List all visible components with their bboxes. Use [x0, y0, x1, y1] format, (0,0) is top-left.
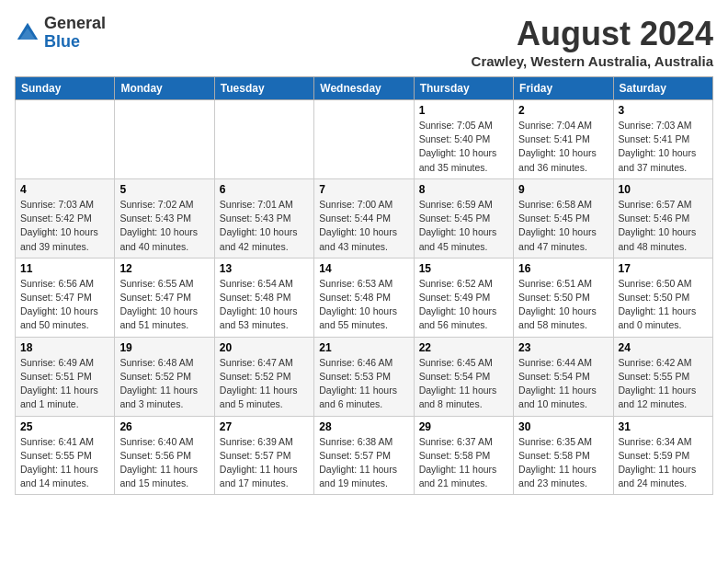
weekday-header-thursday: Thursday	[414, 77, 513, 100]
day-info: Sunrise: 6:45 AMSunset: 5:54 PMDaylight:…	[419, 356, 508, 412]
day-info: Sunrise: 6:42 AMSunset: 5:55 PMDaylight:…	[619, 356, 708, 412]
day-info: Sunrise: 6:53 AMSunset: 5:48 PMDaylight:…	[319, 277, 408, 333]
day-info: Sunrise: 6:44 AMSunset: 5:54 PMDaylight:…	[518, 356, 608, 412]
day-info: Sunrise: 6:38 AMSunset: 5:57 PMDaylight:…	[319, 435, 408, 491]
calendar-cell: 6Sunrise: 7:01 AMSunset: 5:43 PMDaylight…	[214, 178, 313, 258]
calendar-week-row: 1Sunrise: 7:05 AMSunset: 5:40 PMDaylight…	[16, 100, 713, 179]
day-info: Sunrise: 6:51 AMSunset: 5:50 PMDaylight:…	[518, 277, 608, 333]
calendar-cell: 12Sunrise: 6:55 AMSunset: 5:47 PMDayligh…	[115, 258, 214, 337]
calendar-cell: 5Sunrise: 7:02 AMSunset: 5:43 PMDaylight…	[115, 178, 214, 258]
day-number: 6	[220, 183, 309, 196]
day-info: Sunrise: 6:35 AMSunset: 5:58 PMDaylight:…	[518, 435, 608, 491]
calendar-cell: 19Sunrise: 6:48 AMSunset: 5:52 PMDayligh…	[115, 337, 214, 416]
day-number: 25	[20, 420, 109, 433]
calendar-cell: 10Sunrise: 6:57 AMSunset: 5:46 PMDayligh…	[613, 178, 712, 258]
day-number: 10	[619, 183, 708, 196]
day-number: 8	[419, 183, 508, 196]
day-number: 16	[518, 262, 608, 275]
day-info: Sunrise: 6:58 AMSunset: 5:45 PMDaylight:…	[518, 198, 608, 254]
calendar-week-row: 18Sunrise: 6:49 AMSunset: 5:51 PMDayligh…	[16, 337, 713, 416]
calendar-cell: 22Sunrise: 6:45 AMSunset: 5:54 PMDayligh…	[414, 337, 513, 416]
weekday-header-friday: Friday	[514, 77, 613, 100]
logo-blue: Blue	[44, 33, 106, 52]
day-info: Sunrise: 6:49 AMSunset: 5:51 PMDaylight:…	[20, 356, 109, 412]
day-info: Sunrise: 7:04 AMSunset: 5:41 PMDaylight:…	[518, 119, 608, 175]
calendar-cell: 9Sunrise: 6:58 AMSunset: 5:45 PMDaylight…	[514, 178, 613, 258]
weekday-header-saturday: Saturday	[613, 77, 712, 100]
day-number: 11	[20, 262, 109, 275]
day-info: Sunrise: 7:01 AMSunset: 5:43 PMDaylight:…	[220, 198, 309, 254]
day-number: 28	[319, 420, 408, 433]
calendar-cell: 1Sunrise: 7:05 AMSunset: 5:40 PMDaylight…	[414, 100, 513, 179]
calendar-cell: 7Sunrise: 7:00 AMSunset: 5:44 PMDaylight…	[314, 178, 414, 258]
calendar-cell: 26Sunrise: 6:40 AMSunset: 5:56 PMDayligh…	[115, 416, 214, 495]
day-number: 2	[518, 104, 608, 117]
calendar-week-row: 25Sunrise: 6:41 AMSunset: 5:55 PMDayligh…	[16, 416, 713, 495]
day-number: 17	[619, 262, 708, 275]
calendar-cell: 8Sunrise: 6:59 AMSunset: 5:45 PMDaylight…	[414, 178, 513, 258]
weekday-header-monday: Monday	[115, 77, 214, 100]
day-info: Sunrise: 6:50 AMSunset: 5:50 PMDaylight:…	[619, 277, 708, 333]
calendar-cell: 23Sunrise: 6:44 AMSunset: 5:54 PMDayligh…	[514, 337, 613, 416]
calendar-cell: 24Sunrise: 6:42 AMSunset: 5:55 PMDayligh…	[613, 337, 712, 416]
day-info: Sunrise: 6:39 AMSunset: 5:57 PMDaylight:…	[220, 435, 309, 491]
day-number: 22	[419, 341, 508, 354]
calendar-cell: 14Sunrise: 6:53 AMSunset: 5:48 PMDayligh…	[314, 258, 414, 337]
calendar-cell: 11Sunrise: 6:56 AMSunset: 5:47 PMDayligh…	[16, 258, 115, 337]
day-info: Sunrise: 6:59 AMSunset: 5:45 PMDaylight:…	[419, 198, 508, 254]
day-info: Sunrise: 6:37 AMSunset: 5:58 PMDaylight:…	[419, 435, 508, 491]
day-number: 27	[220, 420, 309, 433]
day-number: 26	[119, 420, 209, 433]
logo-general: General	[44, 15, 106, 33]
day-info: Sunrise: 7:05 AMSunset: 5:40 PMDaylight:…	[419, 119, 508, 175]
calendar-cell	[115, 100, 214, 179]
calendar-week-row: 11Sunrise: 6:56 AMSunset: 5:47 PMDayligh…	[16, 258, 713, 337]
weekday-header-sunday: Sunday	[16, 77, 115, 100]
day-info: Sunrise: 6:55 AMSunset: 5:47 PMDaylight:…	[119, 277, 209, 333]
day-number: 3	[619, 104, 708, 117]
day-info: Sunrise: 6:47 AMSunset: 5:52 PMDaylight:…	[220, 356, 309, 412]
day-number: 7	[319, 183, 408, 196]
day-number: 23	[518, 341, 608, 354]
calendar-cell: 28Sunrise: 6:38 AMSunset: 5:57 PMDayligh…	[314, 416, 414, 495]
calendar-table: SundayMondayTuesdayWednesdayThursdayFrid…	[15, 76, 713, 495]
calendar-week-row: 4Sunrise: 7:03 AMSunset: 5:42 PMDaylight…	[16, 178, 713, 258]
day-number: 31	[619, 420, 708, 433]
logo-icon	[15, 20, 40, 46]
day-number: 30	[518, 420, 608, 433]
day-info: Sunrise: 6:40 AMSunset: 5:56 PMDaylight:…	[119, 435, 209, 491]
title-area: August 2024 Crawley, Western Australia, …	[472, 15, 713, 69]
calendar-cell	[16, 100, 115, 179]
day-info: Sunrise: 6:34 AMSunset: 5:59 PMDaylight:…	[619, 435, 708, 491]
day-number: 20	[220, 341, 309, 354]
calendar-cell: 21Sunrise: 6:46 AMSunset: 5:53 PMDayligh…	[314, 337, 414, 416]
calendar-cell: 17Sunrise: 6:50 AMSunset: 5:50 PMDayligh…	[613, 258, 712, 337]
calendar-cell: 31Sunrise: 6:34 AMSunset: 5:59 PMDayligh…	[613, 416, 712, 495]
day-info: Sunrise: 6:46 AMSunset: 5:53 PMDaylight:…	[319, 356, 408, 412]
day-number: 13	[220, 262, 309, 275]
weekday-header-row: SundayMondayTuesdayWednesdayThursdayFrid…	[16, 77, 713, 100]
day-info: Sunrise: 7:02 AMSunset: 5:43 PMDaylight:…	[119, 198, 209, 254]
calendar-cell: 2Sunrise: 7:04 AMSunset: 5:41 PMDaylight…	[514, 100, 613, 179]
day-number: 29	[419, 420, 508, 433]
day-number: 1	[419, 104, 508, 117]
calendar-cell: 15Sunrise: 6:52 AMSunset: 5:49 PMDayligh…	[414, 258, 513, 337]
calendar-cell	[314, 100, 414, 179]
day-info: Sunrise: 7:00 AMSunset: 5:44 PMDaylight:…	[319, 198, 408, 254]
logo: General Blue	[15, 15, 106, 52]
day-info: Sunrise: 6:41 AMSunset: 5:55 PMDaylight:…	[20, 435, 109, 491]
month-title: August 2024	[472, 15, 713, 53]
weekday-header-wednesday: Wednesday	[314, 77, 414, 100]
weekday-header-tuesday: Tuesday	[214, 77, 313, 100]
day-number: 21	[319, 341, 408, 354]
location-subtitle: Crawley, Western Australia, Australia	[472, 53, 713, 69]
day-info: Sunrise: 6:56 AMSunset: 5:47 PMDaylight:…	[20, 277, 109, 333]
calendar-cell	[214, 100, 313, 179]
day-number: 4	[20, 183, 109, 196]
day-number: 18	[20, 341, 109, 354]
day-info: Sunrise: 7:03 AMSunset: 5:41 PMDaylight:…	[619, 119, 708, 175]
calendar-cell: 20Sunrise: 6:47 AMSunset: 5:52 PMDayligh…	[214, 337, 313, 416]
calendar-cell: 13Sunrise: 6:54 AMSunset: 5:48 PMDayligh…	[214, 258, 313, 337]
day-number: 14	[319, 262, 408, 275]
day-info: Sunrise: 6:54 AMSunset: 5:48 PMDaylight:…	[220, 277, 309, 333]
